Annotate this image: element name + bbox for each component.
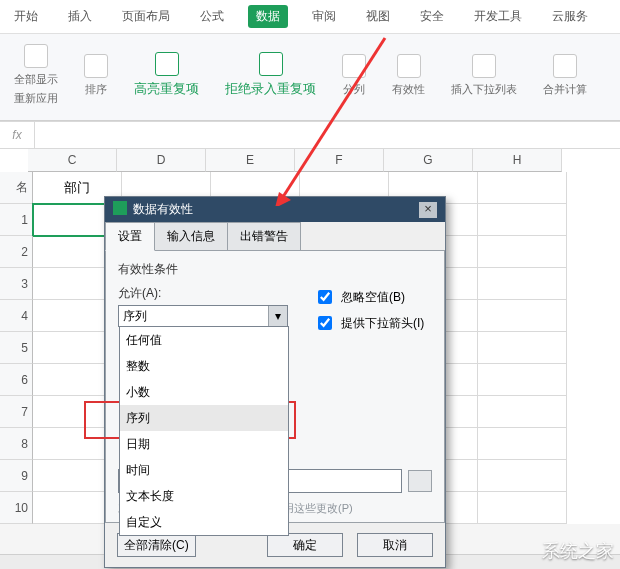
option-custom[interactable]: 自定义	[120, 509, 288, 535]
tab-start[interactable]: 开始	[8, 4, 44, 29]
ignore-blank-checkbox[interactable]: 忽略空值(B)	[314, 287, 424, 307]
row-head[interactable]: 3	[0, 268, 33, 300]
sort-icon	[84, 54, 108, 78]
tab-data[interactable]: 数据	[248, 5, 288, 28]
allow-dropdown: 任何值 整数 小数 序列 日期 时间 文本长度 自定义	[119, 326, 289, 536]
row-head[interactable]: 4	[0, 300, 33, 332]
merge-icon	[553, 54, 577, 78]
row-head[interactable]: 8	[0, 428, 33, 460]
tab-review[interactable]: 审阅	[306, 4, 342, 29]
ribbon-tabs: 开始 插入 页面布局 公式 数据 审阅 视图 安全 开发工具 云服务	[0, 0, 620, 34]
allow-label: 允许(A):	[118, 285, 290, 302]
option-date[interactable]: 日期	[120, 431, 288, 457]
highlight-dup-icon	[155, 52, 179, 76]
column-headers: C D E F G H	[28, 149, 620, 172]
formula-bar: fx	[0, 121, 620, 149]
allow-select[interactable]: 序列 ▾ 任何值 整数 小数 序列 日期 时间 文本长度 自定义	[118, 305, 288, 327]
sort-button[interactable]: 排序	[78, 50, 114, 101]
row-head[interactable]: 1	[0, 204, 33, 236]
merge-button[interactable]: 合并计算	[537, 50, 593, 101]
option-int[interactable]: 整数	[120, 353, 288, 379]
clear-all-button[interactable]: 全部清除(C)	[117, 533, 196, 557]
reject-dup-icon	[259, 52, 283, 76]
tab-formula[interactable]: 公式	[194, 4, 230, 29]
app-icon	[113, 201, 127, 215]
row-head[interactable]: 7	[0, 396, 33, 428]
dialog-body: 有效性条件 允许(A): 序列 ▾ 任何值 整数 小数 序列 日期 时间	[105, 250, 445, 523]
col-head[interactable]: E	[206, 149, 295, 172]
watermark-badge: 系统之家	[542, 539, 614, 563]
insert-dropdown-button[interactable]: 插入下拉列表	[445, 50, 523, 101]
range-picker-icon[interactable]	[408, 470, 432, 492]
filter-all-button[interactable]: 全部显示 重新应用	[8, 40, 64, 110]
option-textlen[interactable]: 文本长度	[120, 483, 288, 509]
row-head[interactable]: 5	[0, 332, 33, 364]
tab-cloud[interactable]: 云服务	[546, 4, 594, 29]
data-validation-dialog: 数据有效性 × 设置 输入信息 出错警告 有效性条件 允许(A): 序列 ▾ 任…	[104, 196, 446, 568]
col-head[interactable]: C	[28, 149, 117, 172]
condition-label: 有效性条件	[118, 261, 432, 278]
insert-dropdown-icon	[472, 54, 496, 78]
col-head[interactable]: G	[384, 149, 473, 172]
close-icon[interactable]: ×	[419, 202, 437, 218]
row-head[interactable]: 9	[0, 460, 33, 492]
option-time[interactable]: 时间	[120, 457, 288, 483]
reject-dup-button[interactable]: 拒绝录入重复项	[219, 48, 322, 102]
tab-security[interactable]: 安全	[414, 4, 450, 29]
tab-input-message[interactable]: 输入信息	[154, 222, 228, 251]
dialog-tabs: 设置 输入信息 出错警告	[105, 222, 445, 251]
split-button[interactable]: 分列	[336, 50, 372, 101]
col-head[interactable]: D	[117, 149, 206, 172]
tab-insert[interactable]: 插入	[62, 4, 98, 29]
option-any[interactable]: 任何值	[120, 327, 288, 353]
tab-settings[interactable]: 设置	[105, 222, 155, 251]
cancel-button[interactable]: 取消	[357, 533, 433, 557]
row-head[interactable]: 2	[0, 236, 33, 268]
filter-icon	[24, 44, 48, 68]
tab-error-alert[interactable]: 出错警告	[227, 222, 301, 251]
fx-label[interactable]: fx	[0, 122, 35, 148]
validity-button[interactable]: 有效性	[386, 50, 431, 101]
row-head[interactable]: 10	[0, 492, 33, 524]
dialog-titlebar[interactable]: 数据有效性 ×	[105, 197, 445, 222]
col-head[interactable]: H	[473, 149, 562, 172]
chevron-down-icon: ▾	[268, 306, 287, 326]
validity-icon	[397, 54, 421, 78]
option-list[interactable]: 序列	[120, 405, 288, 431]
row-head[interactable]: 6	[0, 364, 33, 396]
col-head[interactable]: F	[295, 149, 384, 172]
tab-dev[interactable]: 开发工具	[468, 4, 528, 29]
dropdown-arrow-checkbox[interactable]: 提供下拉箭头(I)	[314, 313, 424, 333]
row-head[interactable]: 名	[0, 172, 33, 204]
option-dec[interactable]: 小数	[120, 379, 288, 405]
tab-view[interactable]: 视图	[360, 4, 396, 29]
ribbon-body: 全部显示 重新应用 排序 高亮重复项 拒绝录入重复项 分列 有效性 插入下拉列表…	[0, 34, 620, 121]
highlight-dup-button[interactable]: 高亮重复项	[128, 48, 205, 102]
ok-button[interactable]: 确定	[267, 533, 343, 557]
split-icon	[342, 54, 366, 78]
tab-layout[interactable]: 页面布局	[116, 4, 176, 29]
